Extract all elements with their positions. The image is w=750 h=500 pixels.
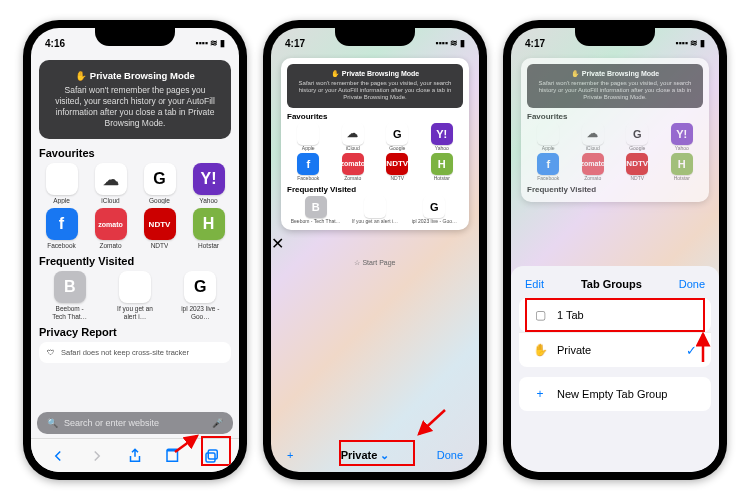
favourite-item[interactable]: Gipl 2023 live - Goo… (170, 271, 231, 319)
new-tab-button[interactable]: + (287, 449, 293, 461)
favourite-item[interactable]: BBeebom - Tech That… (287, 196, 344, 224)
app-icon: G (144, 163, 176, 195)
icon-label: Yahoo (661, 145, 704, 151)
favourite-item[interactable]: NDTVNDTV (376, 153, 419, 181)
back-button[interactable] (49, 447, 67, 465)
app-icon: H (671, 153, 693, 175)
icon-label: Google (149, 197, 170, 204)
favourite-item[interactable]: zomatoZomato (332, 153, 375, 181)
mini-banner: ✋ Private Browsing Mode Safari won't rem… (287, 64, 463, 108)
favourite-item[interactable]: zomatoZomato (572, 153, 615, 181)
favourite-item[interactable]: Apple (39, 163, 84, 204)
share-button[interactable] (126, 447, 144, 465)
favourite-item[interactable]: HHotstar (421, 153, 464, 181)
icon-label: Zomato (99, 242, 121, 249)
favourite-item[interactable]: ☁iCloud (572, 123, 615, 151)
favourite-item[interactable]: zomatoZomato (88, 208, 133, 249)
favourite-item[interactable]: BBeebom - Tech That… (39, 271, 100, 319)
favourite-item[interactable]: HHotstar (661, 153, 704, 181)
icon-label: Facebook (287, 175, 330, 181)
icon-label: Google (376, 145, 419, 151)
app-icon: H (431, 153, 453, 175)
favourite-item[interactable]: fFacebook (39, 208, 84, 249)
app-icon: ☁ (342, 123, 364, 145)
app-icon: NDTV (626, 153, 648, 175)
favourite-item[interactable]: Apple (287, 123, 330, 151)
bottom-toolbar (31, 438, 239, 472)
clock: 4:16 (45, 38, 65, 49)
tab-group-selector[interactable]: Private ⌄ (341, 449, 390, 462)
favourite-item[interactable]: If you get an alert i… (346, 196, 403, 224)
favourite-item[interactable]: Apple (527, 123, 570, 151)
icon-label: ipl 2023 live - Goo… (180, 305, 220, 319)
icon-label: Google (616, 145, 659, 151)
tabs-button[interactable] (203, 447, 221, 465)
icon-label: Hotstar (421, 175, 464, 181)
icon-label: Yahoo (421, 145, 464, 151)
app-icon: H (193, 208, 225, 240)
row-label: 1 Tab (557, 309, 584, 321)
icon-label: NDTV (616, 175, 659, 181)
favourite-item[interactable]: HHotstar (186, 208, 231, 249)
banner-body: Safari won't remember the pages you visi… (51, 85, 219, 129)
shield-icon: 🛡 (47, 348, 55, 357)
plus-icon: + (533, 387, 547, 401)
app-icon: Y! (431, 123, 453, 145)
mic-icon[interactable]: 🎤 (212, 418, 223, 428)
app-icon: Y! (193, 163, 225, 195)
svg-rect-0 (208, 450, 217, 459)
icon-label: Apple (287, 145, 330, 151)
icon-label: NDTV (151, 242, 169, 249)
app-icon (297, 123, 319, 145)
private-banner: ✋ Private Browsing Mode Safari won't rem… (39, 60, 231, 139)
banner-title: ✋ Private Browsing Mode (51, 70, 219, 81)
icon-label: Yahoo (199, 197, 217, 204)
favourite-item[interactable]: GGoogle (376, 123, 419, 151)
app-icon: NDTV (144, 208, 176, 240)
tab-switcher-bar: + Private ⌄ Done (271, 438, 479, 472)
favourite-item[interactable]: fFacebook (527, 153, 570, 181)
app-icon: B (54, 271, 86, 303)
app-icon: ☁ (582, 123, 604, 145)
favourite-item[interactable]: Y!Yahoo (421, 123, 464, 151)
icon-label: If you get an alert i… (346, 218, 403, 224)
done-button[interactable]: Done (679, 278, 705, 290)
app-icon: zomato (95, 208, 127, 240)
favourite-item[interactable]: GGoogle (137, 163, 182, 204)
icon-label: Apple (53, 197, 70, 204)
search-placeholder: Search or enter website (64, 418, 206, 428)
favourite-item[interactable]: fFacebook (287, 153, 330, 181)
close-tab-button[interactable]: ✕ (271, 234, 479, 253)
search-icon: 🔍 (47, 418, 58, 428)
favourite-item[interactable]: Y!Yahoo (661, 123, 704, 151)
app-icon: f (537, 153, 559, 175)
favourite-item[interactable]: Y!Yahoo (186, 163, 231, 204)
clock: 4:17 (285, 38, 305, 49)
icon-label: Beebom - Tech That… (287, 218, 344, 224)
new-tab-group-row[interactable]: + New Empty Tab Group (519, 377, 711, 411)
favourite-item[interactable]: GGoogle (616, 123, 659, 151)
icon-label: Facebook (527, 175, 570, 181)
icon-label: Hotstar (661, 175, 704, 181)
frequently-heading: Frequently Visited (39, 255, 231, 267)
tab-preview-card[interactable]: ✋ Private Browsing Mode Safari won't rem… (281, 58, 469, 230)
forward-button[interactable] (88, 447, 106, 465)
address-bar[interactable]: 🔍 Search or enter website 🎤 (37, 412, 233, 434)
app-icon (46, 163, 78, 195)
private-icon: ✋ (533, 343, 547, 357)
favourite-item[interactable]: ☁iCloud (88, 163, 133, 204)
tab-group-row-private[interactable]: ✋ Private ✓ (519, 332, 711, 367)
bookmarks-button[interactable] (164, 447, 182, 465)
favourite-item[interactable]: NDTVNDTV (137, 208, 182, 249)
favourite-item[interactable]: NDTVNDTV (616, 153, 659, 181)
done-button[interactable]: Done (437, 449, 463, 461)
favourite-item[interactable]: If you get an alert i… (104, 271, 165, 319)
favourite-item[interactable]: Gipl 2023 live - Goo… (406, 196, 463, 224)
app-icon: zomato (342, 153, 364, 175)
sheet-title: Tab Groups (581, 278, 642, 290)
status-bar: 4:17 ▪▪▪▪≋▮ (511, 28, 719, 54)
tabs-icon: ▢ (533, 308, 547, 322)
favourite-item[interactable]: ☁iCloud (332, 123, 375, 151)
edit-button[interactable]: Edit (525, 278, 544, 290)
tab-group-row-tabs[interactable]: ▢ 1 Tab (519, 298, 711, 332)
